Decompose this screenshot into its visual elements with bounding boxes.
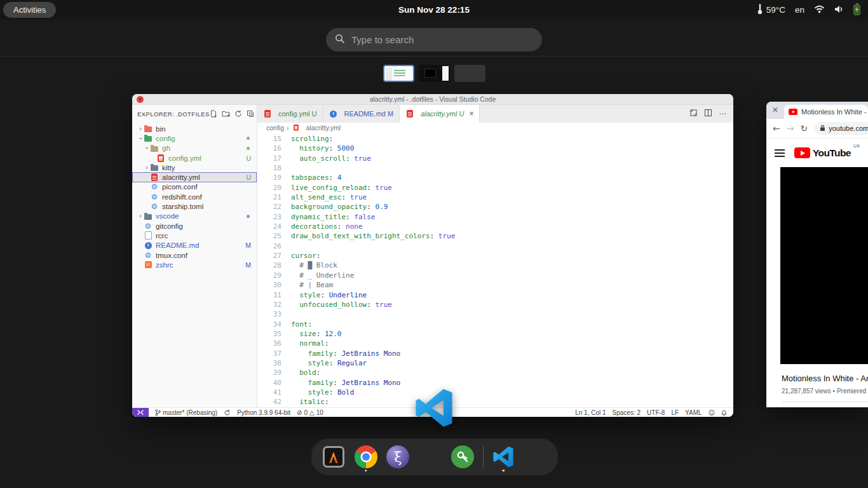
- search-icon: [335, 34, 345, 46]
- line-number: 34: [257, 320, 281, 329]
- top-bar: Activities Sun Nov 28 22:15 59°C en: [0, 0, 868, 20]
- tree-item-rcrc[interactable]: rcrc: [132, 231, 257, 240]
- tree-item-redshift.conf[interactable]: ⚙redshift.conf: [132, 192, 257, 201]
- editor-tab-alacritty.yml[interactable]: alacritty.yml U×: [400, 105, 480, 123]
- tree-item-README.md[interactable]: README.mdM: [132, 241, 257, 250]
- line-content: # | Beam: [281, 280, 333, 290]
- dock-vscode[interactable]: [492, 443, 516, 471]
- collapse-folders-icon[interactable]: [247, 110, 254, 118]
- refresh-icon[interactable]: [234, 110, 242, 118]
- line-content: live_config_reload: true: [281, 183, 392, 193]
- breadcrumb[interactable]: config › alacritty.yml: [257, 123, 733, 132]
- remote-indicator[interactable]: [132, 408, 149, 417]
- video-title: Motionless In White - Anot: [782, 374, 868, 383]
- vscode-window[interactable]: ✕ alacritty.yml - .dotfiles - Visual Stu…: [132, 94, 733, 417]
- git-branch-status[interactable]: master* (Rebasing): [155, 409, 217, 416]
- language-mode[interactable]: YAML: [685, 409, 702, 416]
- close-tab-icon[interactable]: ×: [469, 109, 473, 118]
- sync-icon[interactable]: [224, 409, 231, 416]
- file-label: vscode: [156, 212, 179, 220]
- dock-alacritty[interactable]: [322, 443, 346, 471]
- forward-button[interactable]: →: [787, 123, 794, 133]
- line-content: normal:: [281, 339, 329, 348]
- tree-item-vscode[interactable]: ›vscode: [132, 212, 257, 221]
- code-line-21: 21alt_send_esc: true: [257, 193, 733, 202]
- line-number: 27: [257, 251, 281, 261]
- wifi-icon: [814, 5, 825, 15]
- workspace-thumbnail-3[interactable]: [454, 65, 485, 82]
- tree-item-kitty[interactable]: ›kitty: [132, 163, 257, 172]
- notifications-bell-icon[interactable]: [721, 409, 727, 416]
- tree-item-config.yml[interactable]: config.ymlU: [132, 153, 257, 163]
- youtube-country-badge: UA: [853, 144, 860, 148]
- window-close-button[interactable]: ✕: [772, 105, 778, 114]
- dock-emacs[interactable]: ξ: [386, 443, 410, 471]
- eol-sequence[interactable]: LF: [671, 409, 679, 416]
- youtube-logo[interactable]: YouTube UA: [794, 147, 851, 159]
- code-line-19: 19tabspaces: 4: [257, 173, 733, 182]
- chevron-right-icon: ›: [144, 165, 150, 171]
- youtube-favicon: [789, 109, 797, 115]
- browser-tab[interactable]: Motionless In White - A: [784, 105, 868, 119]
- line-number: 18: [257, 163, 281, 173]
- menu-icon[interactable]: [775, 149, 785, 157]
- code-line-37: 37 family: JetBrains Mono: [257, 349, 733, 358]
- breadcrumb-file[interactable]: alacritty.yml: [306, 124, 341, 132]
- indentation[interactable]: Spaces: 2: [613, 409, 641, 416]
- tree-item-config[interactable]: ›config: [132, 133, 257, 143]
- line-number: 20: [257, 183, 281, 193]
- chrome-window[interactable]: ✕ Motionless In White - A ← → ↻ youtube.…: [766, 102, 868, 407]
- line-content: font:: [281, 320, 312, 329]
- tree-item-gh[interactable]: ›gh: [132, 144, 257, 153]
- tree-item-zshrc[interactable]: zshrcM: [132, 260, 257, 269]
- chrome-icon: [355, 445, 377, 468]
- new-file-icon[interactable]: [210, 110, 217, 118]
- feedback-icon[interactable]: ☺: [709, 409, 715, 416]
- dock-archive-manager[interactable]: [418, 443, 442, 471]
- explorer-header: EXPLORER: .DOTFILES: [137, 111, 210, 118]
- chevron-right-icon: ›: [287, 124, 289, 132]
- line-content: family: JetBrains Mono: [281, 349, 400, 358]
- tree-item-tmux.conf[interactable]: ⚙tmux.conf: [132, 250, 257, 260]
- clock[interactable]: Sun Nov 28 22:15: [0, 0, 868, 20]
- code-editor[interactable]: 15scrolling:16 history: 500017 auto_scro…: [257, 132, 733, 407]
- more-actions-icon[interactable]: ⋯: [719, 109, 727, 118]
- back-button[interactable]: ←: [773, 123, 780, 133]
- open-changes-icon[interactable]: [689, 108, 698, 119]
- keyboard-layout[interactable]: en: [795, 5, 804, 15]
- split-editor-icon[interactable]: [704, 108, 712, 119]
- line-content: draw_bold_text_with_bright_colors: true: [281, 231, 455, 241]
- editor-tab-README.md[interactable]: README.md M: [323, 105, 400, 123]
- new-folder-icon[interactable]: [222, 110, 230, 118]
- workspace-thumbnail-2[interactable]: [419, 65, 450, 82]
- tree-item-picom.conf[interactable]: ⚙picom.conf: [132, 182, 257, 192]
- line-content: cursor:: [281, 251, 320, 261]
- tab-title: Motionless In White - A: [801, 108, 868, 116]
- search-bar[interactable]: Type to search: [326, 28, 542, 51]
- editor-tab-config.yml[interactable]: config.yml U: [257, 105, 323, 123]
- tree-item-gitconfig[interactable]: ⚙gitconfig: [132, 221, 257, 231]
- workspace-thumbnail-1[interactable]: [383, 65, 414, 82]
- breadcrumb-folder[interactable]: config: [266, 124, 284, 132]
- tree-item-starship.toml[interactable]: ⚙starship.toml: [132, 201, 257, 211]
- cursor-position[interactable]: Ln 1, Col 1: [575, 409, 606, 416]
- tree-item-bin[interactable]: ›bin: [132, 124, 257, 133]
- line-content: scrolling:: [281, 134, 333, 144]
- system-status-area[interactable]: 59°C en: [757, 0, 860, 20]
- code-line-39: 39 bold:: [257, 368, 733, 377]
- encoding[interactable]: UTF-8: [647, 409, 665, 416]
- reload-button[interactable]: ↻: [800, 123, 808, 133]
- tree-item-alacritty.yml[interactable]: alacritty.ymlU: [132, 172, 257, 182]
- dock-chrome[interactable]: [354, 443, 378, 471]
- dock-app-grid[interactable]: [524, 443, 548, 471]
- code-line-20: 20live_config_reload: true: [257, 183, 733, 193]
- python-interpreter[interactable]: Python 3.9.9 64-bit: [237, 409, 290, 416]
- code-line-18: 18: [257, 163, 733, 173]
- window-close-button[interactable]: ✕: [137, 96, 144, 103]
- vscode-window-app-icon[interactable]: [414, 388, 454, 428]
- problems-indicator[interactable]: ⊘0 △10: [297, 409, 323, 416]
- chevron-down-icon: ›: [137, 135, 144, 142]
- video-player[interactable]: [780, 167, 868, 364]
- dock-keepassxc[interactable]: [451, 443, 475, 471]
- address-bar[interactable]: youtube.com/wa: [814, 122, 868, 135]
